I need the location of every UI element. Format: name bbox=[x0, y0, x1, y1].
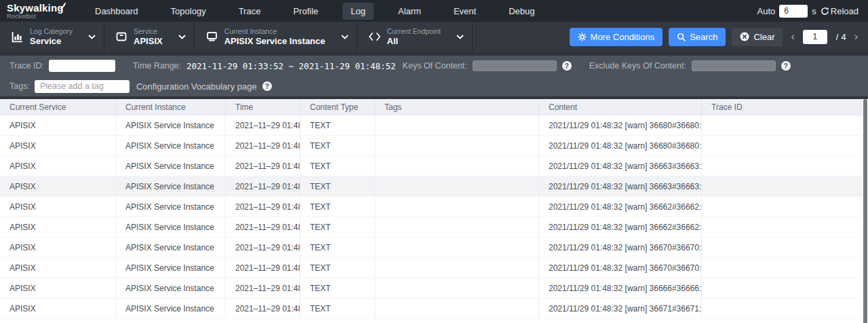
log-table-header: Current Service Current Instance Time Co… bbox=[0, 99, 868, 115]
cell-trace-id bbox=[702, 156, 868, 176]
current-instance-selector[interactable]: Current Instance APISIX Service Instance bbox=[195, 22, 357, 52]
reload-button[interactable]: Reload bbox=[821, 6, 859, 16]
cell-time: 2021–11–29 01:48:52 bbox=[226, 136, 300, 156]
log-table: Current Service Current Instance Time Co… bbox=[0, 99, 868, 323]
table-row[interactable]: APISIX APISIX Service Instance 2021–11–2… bbox=[0, 258, 868, 278]
keys-help-icon[interactable]: ? bbox=[562, 61, 572, 71]
cell-tags bbox=[375, 258, 539, 278]
cell-current-instance: APISIX Service Instance bbox=[116, 136, 226, 156]
cell-trace-id bbox=[702, 136, 868, 156]
nav-item-profile[interactable]: Profile bbox=[285, 3, 326, 20]
col-header-tags: Tags bbox=[375, 99, 539, 115]
cell-content-type: TEXT bbox=[300, 299, 375, 319]
instance-icon bbox=[205, 31, 218, 43]
search-button[interactable]: Search bbox=[669, 28, 726, 46]
cell-content-type: TEXT bbox=[300, 156, 375, 176]
reload-label: Reload bbox=[831, 6, 859, 16]
cell-content: 2021/11/29 01:48:32 [warn] 36680#36680: … bbox=[539, 136, 702, 156]
page-number-input[interactable] bbox=[803, 30, 827, 44]
nav-item-trace[interactable]: Trace bbox=[231, 3, 269, 20]
clear-button[interactable]: Clear bbox=[732, 28, 783, 46]
auto-unit-label: s bbox=[812, 6, 816, 16]
vocabulary-help-icon[interactable]: ? bbox=[262, 81, 272, 91]
auto-reload-controls: Auto s Reload bbox=[757, 5, 859, 18]
cell-content-type: TEXT bbox=[300, 278, 375, 299]
cell-tags bbox=[375, 278, 539, 299]
cell-current-instance: APISIX Service Instance bbox=[116, 115, 226, 136]
nav-item-topology[interactable]: Topology bbox=[163, 3, 214, 20]
cell-current-service: APISIX bbox=[0, 299, 116, 319]
table-row[interactable]: APISIX APISIX Service Instance 2021–11–2… bbox=[0, 217, 868, 238]
table-row[interactable]: APISIX APISIX Service Instance 2021–11–2… bbox=[0, 197, 868, 217]
table-row[interactable]: APISIX APISIX Service Instance 2021–11–2… bbox=[0, 278, 868, 299]
chevron-down-icon bbox=[456, 35, 464, 39]
cell-content-type: TEXT bbox=[300, 197, 375, 217]
cell-current-service: APISIX bbox=[0, 156, 116, 176]
page-total-count: 4 bbox=[841, 32, 846, 42]
vocabulary-page-link[interactable]: Configuration Vocabulary page bbox=[136, 81, 257, 92]
cell-time: 2021–11–29 01:48:52 bbox=[226, 197, 300, 217]
filter-row-2: Tags: Configuration Vocabulary page ? bbox=[0, 76, 868, 96]
comet-icon bbox=[56, 1, 68, 11]
current-endpoint-selector[interactable]: Current Endpoint All bbox=[357, 22, 473, 52]
clear-label: Clear bbox=[753, 32, 774, 42]
cell-time: 2021–11–29 01:48:52 bbox=[226, 238, 300, 258]
gear-icon bbox=[578, 33, 587, 41]
cell-current-service: APISIX bbox=[0, 136, 116, 156]
cell-time: 2021–11–29 01:48:52 bbox=[226, 115, 300, 136]
keys-of-content-input[interactable] bbox=[473, 60, 557, 71]
selector-label: Service bbox=[134, 27, 163, 36]
table-row[interactable]: APISIX APISIX Service Instance 2021–11–2… bbox=[0, 136, 868, 156]
service-selector[interactable]: Service APISIX bbox=[104, 22, 195, 52]
top-navbar: Skywalking Rocketbot Dashboard Topology … bbox=[0, 0, 868, 22]
table-row[interactable]: APISIX APISIX Service Instance 2021–11–2… bbox=[0, 156, 868, 176]
tags-label: Tags: bbox=[9, 81, 30, 91]
chevron-down-icon bbox=[341, 35, 349, 39]
more-conditions-button[interactable]: More Conditions bbox=[570, 28, 663, 46]
cell-tags bbox=[375, 115, 539, 136]
cell-time: 2021–11–29 01:48:52 bbox=[226, 299, 300, 319]
exclude-keys-label: Exclude Keys Of Content: bbox=[589, 61, 686, 71]
cell-content: 2021/11/29 01:48:32 [warn] 36670#36670: … bbox=[539, 238, 702, 258]
auto-interval-input[interactable] bbox=[779, 5, 808, 18]
selector-value: Service bbox=[30, 36, 73, 47]
log-category-selector[interactable]: Log Category Service bbox=[0, 22, 104, 52]
table-row[interactable]: APISIX APISIX Service Instance 2021–11–2… bbox=[0, 176, 868, 197]
nav-item-dashboard[interactable]: Dashboard bbox=[87, 3, 146, 20]
nav-item-event[interactable]: Event bbox=[446, 3, 484, 20]
cell-tags bbox=[375, 299, 539, 319]
tags-input[interactable] bbox=[35, 80, 130, 93]
cell-time: 2021–11–29 01:48:52 bbox=[226, 156, 300, 176]
filter-panel: Trace ID: Time Range: 2021-11-29 01:33:5… bbox=[0, 56, 868, 96]
exclude-keys-help-icon[interactable]: ? bbox=[781, 61, 791, 71]
cell-trace-id bbox=[702, 258, 868, 278]
cell-current-instance: APISIX Service Instance bbox=[116, 258, 226, 278]
query-toolbar: Log Category Service Service APISIX Curr… bbox=[0, 22, 868, 52]
more-conditions-label: More Conditions bbox=[591, 32, 655, 42]
reload-icon bbox=[821, 7, 829, 16]
table-scrollbar-track bbox=[863, 99, 868, 323]
cell-content: 2021/11/29 01:48:32 [warn] 36663#36663: … bbox=[539, 176, 702, 197]
cell-content: 2021/11/29 01:48:32 [warn] 36663#36663: … bbox=[539, 156, 702, 176]
page-next-button[interactable]: › bbox=[852, 31, 860, 42]
brand-subtitle: Rocketbot bbox=[7, 13, 77, 20]
exclude-keys-input[interactable] bbox=[692, 60, 776, 71]
cell-tags bbox=[375, 217, 539, 238]
nav-item-alarm[interactable]: Alarm bbox=[390, 3, 429, 20]
table-row[interactable]: APISIX APISIX Service Instance 2021–11–2… bbox=[0, 238, 868, 258]
cell-content-type: TEXT bbox=[300, 115, 375, 136]
selector-label: Current Endpoint bbox=[387, 27, 441, 36]
page-total: / 4 bbox=[833, 32, 846, 42]
trace-id-input[interactable] bbox=[49, 60, 115, 72]
table-row[interactable]: APISIX APISIX Service Instance 2021–11–2… bbox=[0, 115, 868, 136]
nav-item-debug[interactable]: Debug bbox=[500, 3, 542, 20]
page-separator: / bbox=[836, 32, 839, 42]
cell-current-instance: APISIX Service Instance bbox=[116, 176, 226, 197]
table-row[interactable]: APISIX APISIX Service Instance 2021–11–2… bbox=[0, 299, 868, 319]
main-nav: Dashboard Topology Trace Profile Log Ala… bbox=[87, 3, 542, 20]
page-prev-button[interactable]: ‹ bbox=[789, 31, 796, 42]
service-icon bbox=[115, 31, 127, 43]
col-header-content-type: Content Type bbox=[300, 99, 375, 115]
table-scrollbar-thumb[interactable] bbox=[863, 99, 867, 323]
nav-item-log[interactable]: Log bbox=[342, 3, 374, 20]
